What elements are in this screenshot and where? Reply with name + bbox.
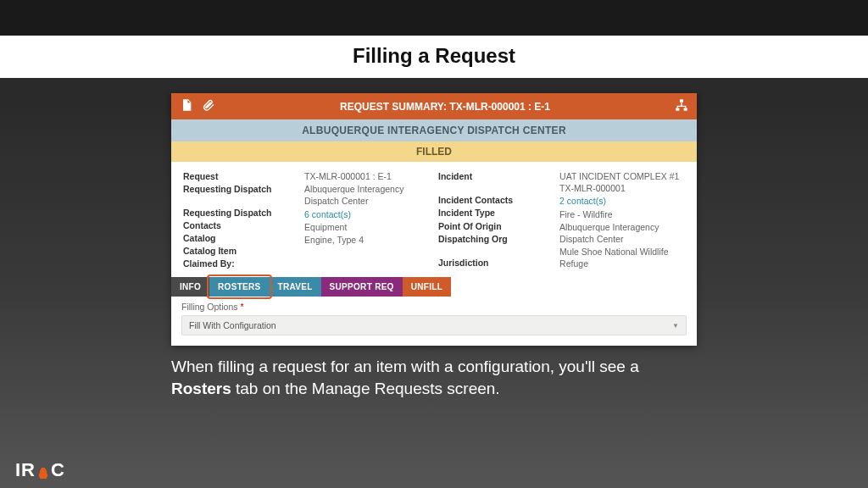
label-dispatching-org: Dispatching Org — [438, 233, 551, 245]
label-claimed-by: Claimed By: — [183, 258, 296, 269]
value-catalog: Equipment — [304, 221, 430, 233]
filling-options-select[interactable]: Fill With Configuration ▼ — [181, 315, 687, 336]
slide-title: Filling a Request — [0, 36, 868, 78]
dispatch-center-header: ALBUQUERQUE INTERAGENCY DISPATCH CENTER — [171, 119, 697, 141]
label-catalog-item: Catalog Item — [183, 245, 296, 257]
tab-rosters[interactable]: ROSTERS — [209, 277, 269, 297]
label-point-origin: Point Of Origin — [438, 220, 551, 232]
request-summary-title: REQUEST SUMMARY: TX-MLR-000001 : E-1 — [340, 101, 550, 113]
svg-rect-1 — [676, 108, 679, 110]
document-icon[interactable] — [180, 98, 193, 114]
svg-rect-0 — [680, 99, 683, 102]
label-req-contacts: Requesting Dispatch Contacts — [183, 207, 296, 230]
filling-options-value: Fill With Configuration — [189, 320, 276, 330]
filling-options-section: Filling Options * Fill With Configuratio… — [171, 297, 697, 346]
value-dispatching-org: Albuquerque Interagency Dispatch Center — [559, 221, 685, 245]
label-req-dispatch: Requesting Dispatch — [183, 183, 296, 195]
status-header: FILLED — [171, 141, 697, 162]
flame-icon — [36, 462, 50, 479]
value-catalog-item: Engine, Type 4 — [304, 234, 430, 246]
label-request: Request — [183, 170, 296, 182]
request-panel: REQUEST SUMMARY: TX-MLR-000001 : E-1 ALB… — [171, 93, 697, 346]
label-catalog: Catalog — [183, 232, 296, 244]
panel-header: REQUEST SUMMARY: TX-MLR-000001 : E-1 — [171, 93, 697, 119]
svg-rect-2 — [684, 108, 687, 110]
tab-unfill[interactable]: UNFILL — [403, 277, 451, 297]
value-request: TX-MLR-000001 : E-1 — [304, 170, 430, 182]
iroc-logo: IRC — [15, 459, 65, 481]
attachment-icon[interactable] — [202, 98, 215, 114]
details-grid: Request Requesting Dispatch Requesting D… — [171, 162, 697, 277]
value-jurisdiction: Mule Shoe National Wildlife Refuge — [559, 246, 685, 269]
top-bar — [0, 0, 868, 36]
value-incident-type: Fire - Wildfire — [559, 208, 685, 220]
chevron-down-icon: ▼ — [672, 322, 679, 330]
value-incident-contacts[interactable]: 2 contact(s) — [559, 195, 685, 207]
value-req-dispatch: Albuquerque Interagency Dispatch Center — [304, 183, 430, 207]
slide-caption: When filling a request for an item with … — [171, 356, 697, 399]
value-req-contacts[interactable]: 6 contact(s) — [304, 208, 430, 220]
label-incident-type: Incident Type — [438, 207, 551, 219]
label-jurisdiction: Jurisdiction — [438, 257, 551, 269]
tab-travel[interactable]: TRAVEL — [270, 277, 321, 297]
label-incident-contacts: Incident Contacts — [438, 194, 551, 206]
label-incident: Incident — [438, 170, 551, 182]
value-incident: UAT INCIDENT COMPLEX #1 TX-MLR-000001 — [559, 170, 685, 194]
org-chart-icon[interactable] — [675, 98, 688, 114]
filling-options-label: Filling Options * — [181, 302, 687, 312]
tab-info[interactable]: INFO — [171, 277, 209, 297]
tab-bar: INFO ROSTERS TRAVEL SUPPORT REQ UNFILL — [171, 277, 697, 297]
tab-support-req[interactable]: SUPPORT REQ — [321, 277, 403, 297]
